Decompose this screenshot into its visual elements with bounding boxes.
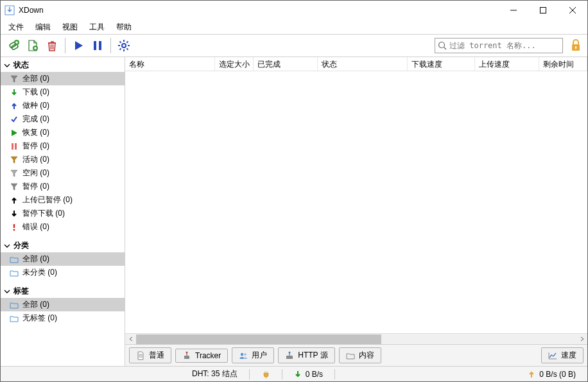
- tab-users[interactable]: 用户: [232, 347, 274, 363]
- tab-content[interactable]: 内容: [339, 347, 381, 363]
- sidebar-header-tags[interactable]: 标签: [1, 284, 125, 298]
- column-status[interactable]: 状态: [318, 57, 408, 71]
- close-button[interactable]: [558, 1, 587, 20]
- status-download-text: 0 B/s: [306, 370, 323, 379]
- status-dht-text: DHT: 35 结点: [192, 369, 238, 379]
- sidebar-header-status[interactable]: 状态: [1, 58, 125, 72]
- horizontal-scrollbar[interactable]: [125, 333, 587, 344]
- tab-http[interactable]: HTTP 源: [278, 347, 334, 363]
- sidebar-item-label: 全部 (0): [22, 299, 49, 310]
- sidebar-item-paused[interactable]: 暂停 (0): [1, 139, 125, 153]
- search-box[interactable]: [435, 38, 563, 53]
- app-icon: [4, 5, 15, 15]
- sidebar-item-label: 活动 (0): [22, 154, 49, 165]
- minimize-button[interactable]: [499, 1, 528, 20]
- svg-rect-28: [184, 356, 189, 359]
- add-file-button[interactable]: [24, 37, 42, 55]
- delete-button[interactable]: [43, 37, 61, 55]
- scroll-left-button[interactable]: [125, 334, 136, 345]
- table-body: [125, 71, 587, 333]
- table-header: 名称 选定大小 已完成 状态 下载速度 上传速度 剩余时间: [125, 57, 587, 71]
- funnel-icon: [10, 75, 19, 83]
- svg-line-18: [120, 48, 121, 49]
- sidebar-item-downloading[interactable]: 下载 (0): [1, 85, 125, 99]
- sidebar-item-all[interactable]: 全部 (0): [1, 72, 125, 85]
- error-icon: [10, 223, 19, 231]
- search-input[interactable]: [449, 41, 560, 50]
- sidebar-item-category-all[interactable]: 全部 (0): [1, 252, 125, 266]
- sidebar-item-tags-untagged[interactable]: 无标签 (0): [1, 311, 125, 325]
- tab-general[interactable]: 普通: [129, 347, 171, 363]
- svg-rect-24: [575, 48, 576, 49]
- column-upspeed[interactable]: 上传速度: [475, 57, 539, 71]
- funnel-inactive-icon: [10, 169, 19, 177]
- add-link-button[interactable]: [4, 37, 22, 55]
- sidebar-item-seeding[interactable]: 做种 (0): [1, 99, 125, 112]
- tab-label: HTTP 源: [298, 350, 327, 361]
- status-upload-text: 0 B/s (0 B): [539, 370, 576, 379]
- status-dht[interactable]: DHT: 35 结点: [180, 367, 249, 381]
- column-done[interactable]: 已完成: [254, 57, 318, 71]
- sidebar-item-errored[interactable]: 错误 (0): [1, 220, 125, 234]
- tab-label: 内容: [359, 350, 374, 361]
- sidebar-item-resumed[interactable]: 恢复 (0): [1, 126, 125, 139]
- svg-line-17: [126, 48, 128, 49]
- sidebar-item-inactive[interactable]: 空闲 (0): [1, 166, 125, 180]
- status-plug[interactable]: [250, 367, 282, 381]
- sidebar-item-upload-paused[interactable]: 上传已暂停 (0): [1, 193, 125, 207]
- sidebar-item-label: 无标签 (0): [22, 313, 57, 324]
- status-download-speed[interactable]: 0 B/s: [282, 367, 334, 381]
- folder-icon: [10, 256, 19, 263]
- sidebar-header-label: 分类: [13, 240, 29, 251]
- column-name[interactable]: 名称: [125, 57, 215, 71]
- funnel-stalled-icon: [10, 183, 19, 191]
- column-dlspeed[interactable]: 下载速度: [408, 57, 475, 71]
- menu-tools[interactable]: 工具: [84, 21, 110, 34]
- sidebar-item-category-uncategorized[interactable]: 未分类 (0): [1, 266, 125, 279]
- upload-arrow-icon: [10, 102, 19, 110]
- svg-rect-9: [94, 41, 96, 50]
- download-speed-icon: [294, 370, 302, 378]
- svg-point-32: [244, 353, 246, 356]
- svg-point-20: [439, 42, 445, 48]
- menu-file[interactable]: 文件: [3, 21, 29, 34]
- column-size[interactable]: 选定大小: [215, 57, 254, 71]
- bottom-tabs: 普通 Tracker 用户 HTTP 源 内容 速度: [125, 344, 587, 366]
- tab-speed[interactable]: 速度: [541, 347, 584, 363]
- sidebar-header-category[interactable]: 分类: [1, 239, 125, 252]
- start-button[interactable]: [69, 37, 87, 55]
- check-icon: [10, 116, 19, 123]
- up-arrow-black-icon: [10, 196, 19, 204]
- sidebar-item-tags-all[interactable]: 全部 (0): [1, 298, 125, 311]
- sidebar-item-completed[interactable]: 完成 (0): [1, 112, 125, 126]
- svg-line-21: [444, 48, 447, 50]
- svg-line-16: [120, 42, 121, 43]
- users-icon: [239, 351, 248, 360]
- pause-button[interactable]: [89, 37, 107, 55]
- menu-view[interactable]: 视图: [57, 21, 83, 34]
- sidebar-item-active[interactable]: 活动 (0): [1, 153, 125, 166]
- upload-speed-icon: [528, 370, 535, 378]
- sidebar-item-download-paused[interactable]: 暂停下载 (0): [1, 207, 125, 220]
- sidebar-item-label: 做种 (0): [22, 100, 49, 111]
- sidebar-item-label: 上传已暂停 (0): [22, 195, 73, 205]
- down-arrow-black-icon: [10, 210, 19, 218]
- http-icon: [285, 351, 294, 360]
- lock-button[interactable]: [568, 38, 584, 53]
- status-upload-speed[interactable]: 0 B/s (0 B): [516, 367, 587, 381]
- svg-rect-2: [540, 8, 546, 13]
- scroll-thumb[interactable]: [136, 334, 381, 344]
- settings-button[interactable]: [115, 37, 133, 55]
- menu-help[interactable]: 帮助: [111, 21, 137, 34]
- column-eta[interactable]: 剩余时间: [539, 57, 587, 71]
- sidebar-item-label: 完成 (0): [22, 114, 49, 125]
- torrent-table: 名称 选定大小 已完成 状态 下载速度 上传速度 剩余时间: [125, 57, 587, 344]
- scroll-right-button[interactable]: [576, 334, 587, 345]
- sidebar-item-label: 暂停下载 (0): [22, 208, 65, 219]
- sidebar-item-stalled[interactable]: 暂停 (0): [1, 180, 125, 193]
- chevron-down-icon: [3, 288, 11, 295]
- folder-icon: [10, 269, 19, 277]
- tab-tracker[interactable]: Tracker: [175, 349, 228, 363]
- menu-edit[interactable]: 编辑: [30, 21, 56, 34]
- maximize-button[interactable]: [528, 1, 558, 20]
